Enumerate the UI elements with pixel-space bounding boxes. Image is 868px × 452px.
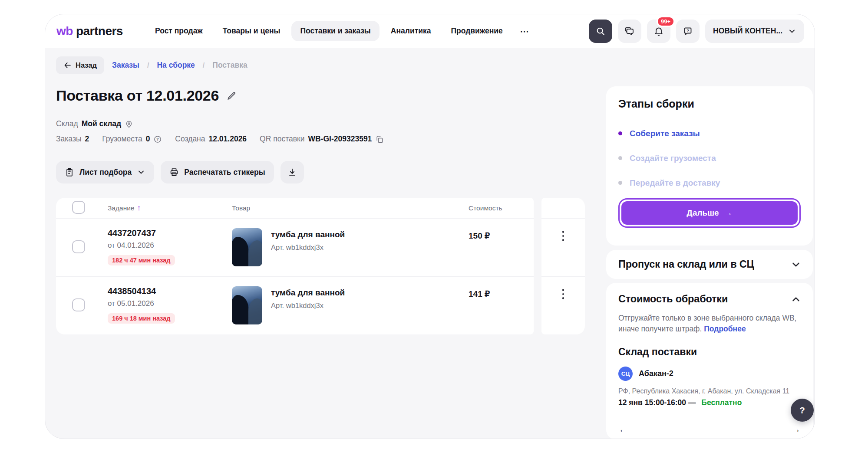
nav-goods-prices[interactable]: Товары и цены (214, 21, 289, 41)
help-fab-button[interactable]: ? (791, 399, 814, 422)
row-checkbox[interactable] (72, 298, 85, 311)
notifications-button[interactable]: 99+ (647, 20, 670, 43)
row-menu-button[interactable] (554, 226, 572, 246)
product-image[interactable] (232, 286, 262, 324)
breadcrumb-assembly[interactable]: На сборке (157, 61, 195, 70)
step-dot-active (618, 131, 622, 135)
stages-list: Соберите заказы Создайте грузоместа Пере… (618, 123, 801, 193)
chevron-down-icon (788, 27, 796, 36)
breadcrumb-orders[interactable]: Заказы (112, 61, 139, 70)
step-dot-pending (618, 181, 622, 185)
pass-panel-title: Пропуск на склад или в СЦ (618, 259, 754, 270)
column-price: Стоимость (469, 204, 502, 212)
chevron-down-icon[interactable] (790, 259, 802, 270)
task-cell: 4438504134 от 05.01.2026 169 ч 18 мин на… (108, 286, 232, 334)
pick-list-dropdown[interactable]: Лист подбора (56, 161, 154, 183)
chevron-up-icon[interactable] (790, 294, 802, 305)
download-button[interactable] (281, 161, 304, 183)
nav-sales-growth[interactable]: Рост продаж (146, 21, 211, 41)
step-collect-orders[interactable]: Соберите заказы (618, 123, 801, 144)
warehouse-label: Склад (56, 119, 78, 128)
step-dot-pending (618, 156, 622, 160)
actions-header-spacer (541, 198, 585, 219)
carousel-prev-button[interactable]: ← (618, 423, 628, 435)
price-cell: 141 ₽ (469, 286, 534, 334)
slot-price-free: Бесплатно (701, 398, 742, 407)
product-name[interactable]: тумба для ванной (271, 228, 345, 239)
table-row: 4438504134 от 05.01.2026 169 ч 18 мин на… (56, 276, 534, 334)
nav-more-button[interactable]: ⋯ (514, 20, 535, 42)
question-circle-icon[interactable]: ? (153, 135, 162, 144)
pick-list-label: Лист подбора (79, 168, 132, 177)
clipboard-icon (65, 167, 74, 177)
warehouse-pass-panel[interactable]: Пропуск на склад или в СЦ (606, 250, 813, 279)
row-menu-button[interactable] (554, 285, 572, 304)
nav-analytics[interactable]: Аналитика (382, 21, 440, 41)
next-button[interactable]: Дальше → (621, 201, 798, 225)
orders-count: Заказы 2 (56, 134, 89, 144)
print-stickers-button[interactable]: Распечатать стикеры (161, 161, 274, 183)
new-content-dropdown[interactable]: НОВЫЙ КОНТЕН... (705, 20, 804, 43)
support-button[interactable]: ? (676, 20, 700, 43)
order-date: от 05.01.2026 (108, 299, 232, 308)
new-content-label: НОВЫЙ КОНТЕН... (713, 26, 782, 36)
breadcrumb-separator: / (147, 62, 149, 69)
back-button[interactable]: Назад (56, 56, 104, 74)
print-stickers-label: Распечатать стикеры (184, 168, 265, 177)
step-handover-delivery[interactable]: Передайте в доставку (618, 173, 801, 193)
edit-title-button[interactable] (226, 90, 237, 102)
step-create-cargo[interactable]: Создайте грузоместа (618, 148, 801, 168)
nav-supplies-orders[interactable]: Поставки и заказы (291, 21, 379, 41)
wb-partners-logo[interactable]: wbpartners (56, 24, 123, 38)
select-all-checkbox[interactable] (72, 201, 85, 214)
supply-meta: Заказы 2 Грузоместа 0 ? Создана 12.01.20… (56, 134, 384, 144)
kebab-icon (562, 289, 564, 291)
download-icon (287, 167, 297, 177)
column-task[interactable]: Задание (108, 204, 135, 212)
search-button[interactable] (589, 20, 612, 43)
product-name[interactable]: тумба для ванной (271, 286, 345, 298)
warehouse-meta: Склад Мой склад (56, 119, 133, 128)
sort-asc-icon[interactable]: ↑ (137, 203, 141, 213)
table-header: Задание ↑ Товар Стоимость (56, 198, 534, 219)
product-cell: тумба для ванной Арт. wb1kddxj3x (232, 286, 469, 334)
overdue-badge: 182 ч 47 мин назад (108, 255, 175, 265)
row-checkbox[interactable] (72, 240, 85, 253)
breadcrumb: Назад Заказы / На сборке / Поставка (56, 56, 248, 74)
main-nav: Рост продаж Товары и цены Поставки и зак… (146, 20, 535, 42)
cargo-count: Грузоместа 0 ? (102, 134, 162, 144)
processing-description: Отгружайте только в зоне выбранного скла… (618, 313, 801, 335)
copy-icon[interactable] (375, 135, 384, 144)
processing-cost-panel: Стоимость обработки Отгружайте только в … (606, 283, 813, 439)
warehouse-name: Абакан-2 (639, 369, 673, 378)
order-id[interactable]: 4437207437 (108, 228, 232, 238)
carousel-next-button[interactable]: → (791, 423, 801, 435)
notification-badge: 99+ (657, 16, 675, 27)
warehouse-row[interactable]: СЦ Абакан-2 (618, 367, 802, 381)
task-cell: 4437207437 от 04.01.2026 182 ч 47 мин на… (108, 228, 232, 276)
page-title: Поставка от 12.01.2026 (56, 87, 219, 104)
warehouse-address: РФ, Республика Хакасия, г. Абакан, ул. С… (618, 387, 802, 395)
messages-button[interactable] (618, 20, 641, 43)
product-image[interactable] (232, 228, 262, 266)
breadcrumb-current: Поставка (212, 61, 247, 70)
location-pin-icon[interactable] (125, 120, 133, 128)
logo-partners: partners (76, 24, 123, 38)
column-product: Товар (232, 204, 250, 212)
app-window: wbpartners Рост продаж Товары и цены Пос… (45, 14, 815, 439)
processing-header[interactable]: Стоимость обработки (618, 293, 802, 305)
pencil-icon (226, 90, 237, 102)
nav-promotion[interactable]: Продвижение (442, 21, 511, 41)
row-actions-column (541, 198, 585, 334)
delivery-warehouse-title: Склад поставки (618, 346, 802, 358)
product-article: Арт. wb1kddxj3x (271, 243, 345, 252)
breadcrumb-separator: / (203, 62, 205, 69)
kebab-icon (562, 231, 564, 233)
created-date: Создана 12.01.2026 (175, 134, 247, 144)
topbar-actions: 99+ ? НОВЫЙ КОНТЕН... (589, 20, 804, 43)
stages-title: Этапы сборки (618, 98, 801, 110)
arrow-right-icon: → (724, 208, 733, 218)
more-details-link[interactable]: Подробнее (704, 324, 746, 333)
order-id[interactable]: 4438504134 (108, 286, 232, 296)
top-bar: wbpartners Рост продаж Товары и цены Пос… (45, 14, 815, 48)
